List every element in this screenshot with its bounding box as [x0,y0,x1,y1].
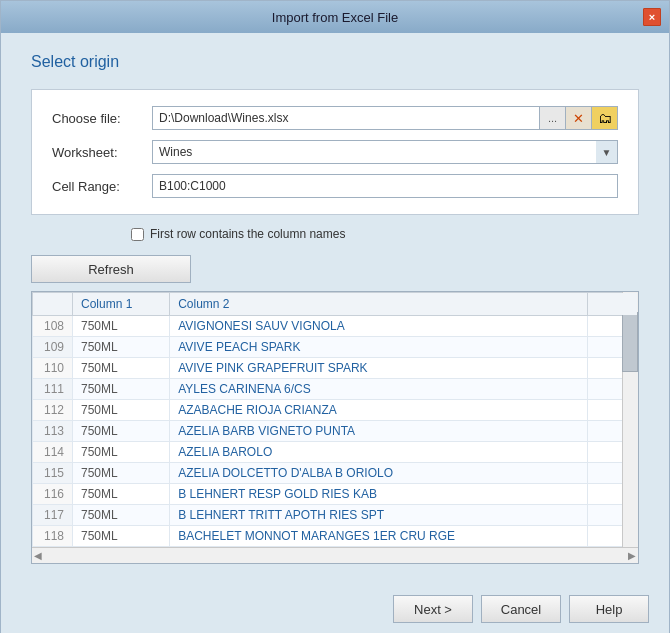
scrollbar-thumb[interactable] [622,312,638,372]
table-row: 117 750ML B LEHNERT TRITT APOTH RIES SPT [33,505,638,526]
table-header-rownum [33,293,73,316]
next-button[interactable]: Next > [393,595,473,623]
close-button[interactable]: × [643,8,661,26]
col1-cell: 750ML [73,316,170,337]
data-table-container: Column 1 Column 2 108 750ML AVIGNONESI S… [31,291,639,564]
open-folder-button[interactable]: 🗂 [592,106,618,130]
col2-cell: AVIVE PEACH SPARK [170,337,588,358]
col1-cell: 750ML [73,421,170,442]
worksheet-row: Worksheet: Wines ▼ [52,140,618,164]
table-header-col2: Column 2 [170,293,588,316]
table-row: 108 750ML AVIGNONESI SAUV VIGNOLA [33,316,638,337]
content-area: Select origin Choose file: ... ✕ 🗂 [1,33,669,584]
row-num-cell: 111 [33,379,73,400]
row-num-cell: 109 [33,337,73,358]
first-row-checkbox-row: First row contains the column names [31,227,639,241]
col2-cell: B LEHNERT TRITT APOTH RIES SPT [170,505,588,526]
vertical-scrollbar[interactable] [622,292,638,547]
table-row: 113 750ML AZELIA BARB VIGNETO PUNTA [33,421,638,442]
data-table-scroll[interactable]: Column 1 Column 2 108 750ML AVIGNONESI S… [32,292,638,547]
row-num-cell: 110 [33,358,73,379]
title-bar: Import from Excel File × [1,1,669,33]
browse-dots-button[interactable]: ... [540,106,566,130]
col2-cell: AYLES CARINENA 6/CS [170,379,588,400]
col1-cell: 750ML [73,484,170,505]
table-row: 118 750ML BACHELET MONNOT MARANGES 1ER C… [33,526,638,547]
choose-file-label: Choose file: [52,111,152,126]
section-title: Select origin [31,53,639,71]
form-area: Choose file: ... ✕ 🗂 Worksheet: [31,89,639,215]
table-row: 115 750ML AZELIA DOLCETTO D'ALBA B ORIOL… [33,463,638,484]
row-num-cell: 108 [33,316,73,337]
table-row: 114 750ML AZELIA BAROLO [33,442,638,463]
clear-file-button[interactable]: ✕ [566,106,592,130]
table-row: 109 750ML AVIVE PEACH SPARK [33,337,638,358]
worksheet-select[interactable]: Wines [152,140,618,164]
data-table: Column 1 Column 2 108 750ML AVIGNONESI S… [32,292,638,547]
worksheet-label: Worksheet: [52,145,152,160]
table-row: 116 750ML B LEHNERT RESP GOLD RIES KAB [33,484,638,505]
row-num-cell: 112 [33,400,73,421]
row-num-cell: 113 [33,421,73,442]
col1-cell: 750ML [73,505,170,526]
col2-cell: AVIGNONESI SAUV VIGNOLA [170,316,588,337]
col1-cell: 750ML [73,337,170,358]
clear-icon: ✕ [573,111,584,126]
col2-cell: AZABACHE RIOJA CRIANZA [170,400,588,421]
table-header-extra [588,293,638,316]
window-title: Import from Excel File [27,10,643,25]
first-row-checkbox[interactable] [131,228,144,241]
col2-cell: AVIVE PINK GRAPEFRUIT SPARK [170,358,588,379]
col2-cell: AZELIA BARB VIGNETO PUNTA [170,421,588,442]
col2-cell: AZELIA BAROLO [170,442,588,463]
col2-cell: BACHELET MONNOT MARANGES 1ER CRU RGE [170,526,588,547]
row-num-cell: 114 [33,442,73,463]
cell-range-input[interactable] [152,174,618,198]
scroll-right-arrow[interactable]: ▶ [628,550,636,561]
row-num-cell: 117 [33,505,73,526]
col1-cell: 750ML [73,526,170,547]
table-row: 110 750ML AVIVE PINK GRAPEFRUIT SPARK [33,358,638,379]
footer: Next > Cancel Help [1,584,669,633]
col2-cell: B LEHNERT RESP GOLD RIES KAB [170,484,588,505]
col1-cell: 750ML [73,463,170,484]
col1-cell: 750ML [73,358,170,379]
main-window: Import from Excel File × Select origin C… [0,0,670,633]
folder-icon: 🗂 [598,110,612,126]
cell-range-label: Cell Range: [52,179,152,194]
col2-cell: AZELIA DOLCETTO D'ALBA B ORIOLO [170,463,588,484]
refresh-button[interactable]: Refresh [31,255,191,283]
file-input-group: ... ✕ 🗂 [152,106,618,130]
col1-cell: 750ML [73,400,170,421]
row-num-cell: 115 [33,463,73,484]
worksheet-select-wrapper: Wines ▼ [152,140,618,164]
col1-cell: 750ML [73,442,170,463]
scroll-left-arrow[interactable]: ◀ [34,550,42,561]
cell-range-row: Cell Range: [52,174,618,198]
help-button[interactable]: Help [569,595,649,623]
table-header-col1: Column 1 [73,293,170,316]
table-row: 112 750ML AZABACHE RIOJA CRIANZA [33,400,638,421]
first-row-label: First row contains the column names [150,227,345,241]
table-row: 111 750ML AYLES CARINENA 6/CS [33,379,638,400]
cancel-button[interactable]: Cancel [481,595,561,623]
file-path-input[interactable] [152,106,540,130]
horizontal-scrollbar[interactable]: ◀ ▶ [32,547,638,563]
row-num-cell: 116 [33,484,73,505]
choose-file-row: Choose file: ... ✕ 🗂 [52,106,618,130]
col1-cell: 750ML [73,379,170,400]
row-num-cell: 118 [33,526,73,547]
